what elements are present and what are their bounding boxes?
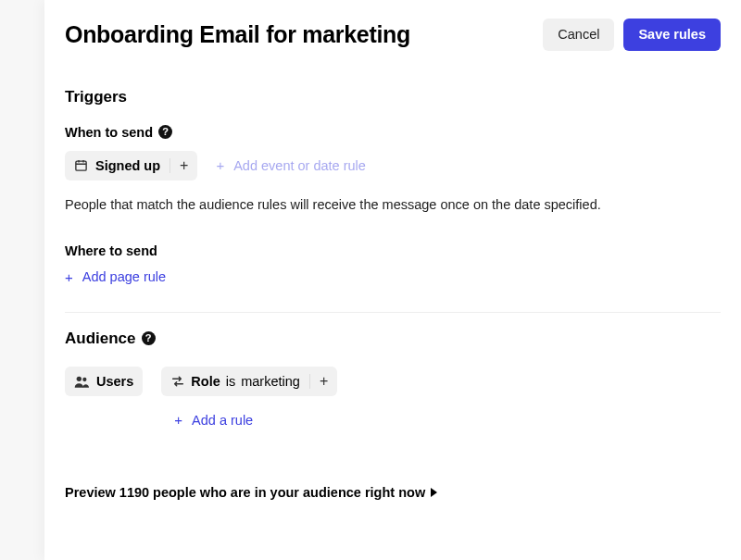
when-to-send-row: Signed up + + Add event or date rule: [65, 151, 721, 180]
when-to-send-text: When to send: [65, 125, 153, 140]
add-event-rule-text: Add event or date rule: [233, 158, 366, 173]
triggers-title-text: Triggers: [65, 88, 127, 106]
audience-rule-pill[interactable]: Role is marketing +: [161, 367, 337, 396]
audience-rules-column: Role is marketing + + Add a rule: [161, 367, 337, 428]
section-divider: [65, 312, 721, 313]
page-title: Onboarding Email for marketing: [65, 21, 410, 48]
when-rule-label: Signed up: [95, 158, 160, 173]
add-audience-rule-text: Add a rule: [192, 413, 253, 428]
when-rule-expand-button[interactable]: +: [170, 158, 188, 173]
save-rules-button[interactable]: Save rules: [623, 19, 721, 51]
add-page-rule-link[interactable]: + Add page rule: [65, 269, 166, 284]
when-to-send-label: When to send ?: [65, 125, 721, 140]
add-event-rule-link[interactable]: + Add event or date rule: [216, 158, 365, 173]
audience-rule-expand-button[interactable]: +: [309, 374, 328, 389]
audience-rule-main: Role is marketing: [170, 374, 300, 389]
swap-icon: [170, 375, 185, 388]
audience-row: Users Role is marketing + +: [65, 367, 721, 428]
audience-users-label: Users: [96, 374, 133, 389]
svg-point-2: [82, 377, 86, 380]
where-to-send-text: Where to send: [65, 243, 157, 258]
preview-audience-link[interactable]: Preview 1190 people who are in your audi…: [65, 485, 721, 500]
add-audience-rule-plus-icon: +: [174, 413, 182, 427]
cancel-button[interactable]: Cancel: [543, 19, 614, 51]
calendar-icon: [74, 158, 88, 172]
panel-body: Triggers When to send ? Signed up + + Ad…: [44, 68, 741, 561]
add-page-rule-text: Add page rule: [82, 269, 166, 284]
preview-suffix: people who are in your audience right no…: [153, 485, 425, 500]
svg-point-1: [77, 376, 82, 380]
header-actions: Cancel Save rules: [543, 19, 721, 51]
when-description: People that match the audience rules wil…: [65, 197, 721, 212]
audience-rule-value: marketing: [241, 374, 300, 389]
when-rule-pill[interactable]: Signed up +: [65, 151, 197, 180]
svg-rect-0: [76, 161, 86, 170]
add-event-rule-plus-icon: +: [216, 158, 224, 172]
preview-prefix: Preview: [65, 485, 116, 500]
audience-users-main: Users: [74, 374, 133, 389]
audience-rule-operator: is: [226, 374, 235, 389]
rules-panel: Onboarding Email for marketing Cancel Sa…: [44, 0, 741, 560]
where-to-send-label: Where to send: [65, 243, 721, 258]
when-rule-main: Signed up: [74, 158, 160, 173]
preview-count: 1190: [119, 485, 149, 500]
add-page-rule-plus-icon: +: [65, 270, 73, 284]
audience-rule-field: Role: [191, 374, 220, 389]
users-icon: [74, 375, 89, 388]
help-icon[interactable]: ?: [142, 331, 156, 345]
section-audience-title: Audience ?: [65, 330, 721, 348]
panel-header: Onboarding Email for marketing Cancel Sa…: [44, 0, 741, 68]
audience-title-text: Audience: [65, 330, 136, 348]
audience-users-pill[interactable]: Users: [65, 367, 143, 396]
chevron-right-icon: [431, 488, 437, 497]
add-audience-rule-link[interactable]: + Add a rule: [161, 413, 337, 428]
where-to-send-section: Where to send + Add page rule: [65, 243, 721, 286]
section-triggers-title: Triggers: [65, 88, 721, 106]
help-icon[interactable]: ?: [158, 125, 172, 139]
